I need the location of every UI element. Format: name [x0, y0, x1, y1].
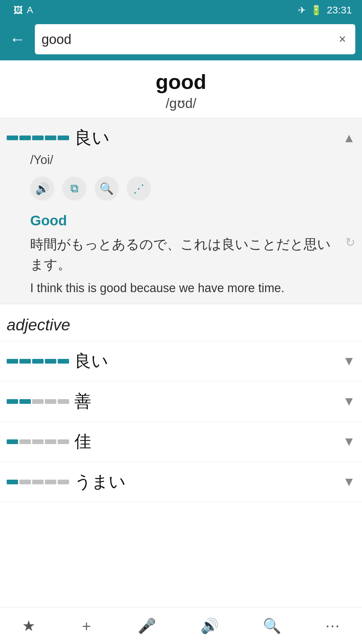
expand-chevron[interactable]: ▼ — [343, 434, 355, 449]
bottom-navigation: ★ ＋ 🎤 🔊 🔍 ⋯ — [0, 607, 362, 644]
share-icon: ⋰ — [133, 182, 144, 195]
item-kanji: 佳 — [74, 430, 337, 453]
search-nav-icon: 🔍 — [263, 617, 281, 635]
freq-seg-4 — [45, 136, 56, 140]
first-translation-block: 良い ▲ /Yoi/ 🔊 ⧉ 🔍 ⋰ Good 時間がもっとあるので、これは良い… — [0, 118, 362, 304]
status-bar: 🖼 A ✈ 🔋 23:31 — [0, 0, 362, 20]
item-kanji: 良い — [74, 350, 337, 372]
action-icons-row: 🔊 ⧉ 🔍 ⋰ — [0, 173, 362, 207]
freq-seg-3 — [32, 136, 44, 140]
search-header: ← × — [0, 20, 362, 60]
search-box: × — [35, 24, 355, 54]
example-english: I think this is good because we have mor… — [30, 279, 355, 297]
translation-header: 良い ▲ — [0, 118, 362, 153]
example-section: Good 時間がもっとあるので、これは良いことだと思います。 ↻ I think… — [0, 207, 362, 304]
microphone-icon: 🎤 — [138, 617, 156, 635]
list-item[interactable]: うまい ▼ — [0, 462, 362, 502]
translation-kanji: 良い — [74, 126, 337, 150]
frequency-bar — [7, 439, 69, 444]
word-title-section: good /gʊd/ — [0, 60, 362, 118]
frequency-bar — [7, 359, 69, 364]
freq-seg-1 — [7, 136, 18, 140]
list-item[interactable]: 善 ▼ — [0, 381, 362, 421]
frequency-bar — [7, 136, 69, 140]
search-input[interactable] — [42, 32, 336, 47]
search-icon: 🔍 — [100, 182, 114, 195]
word-title: good — [7, 70, 355, 94]
status-time: 23:31 — [327, 4, 352, 16]
speak-icon: 🔊 — [35, 182, 49, 195]
collapse-chevron[interactable]: ▲ — [343, 131, 355, 145]
favorites-nav[interactable]: ★ — [22, 617, 35, 634]
list-item[interactable]: 良い ▼ — [0, 341, 362, 381]
expand-chevron[interactable]: ▼ — [343, 354, 355, 368]
word-phonetic: /gʊd/ — [7, 96, 355, 111]
airplane-icon: ✈ — [298, 5, 306, 16]
freq-seg-5 — [58, 136, 69, 140]
expand-chevron[interactable]: ▼ — [343, 394, 355, 409]
example-sentence-row: 時間がもっとあるので、これは良いことだと思います。 ↻ — [30, 234, 355, 274]
list-item[interactable]: 佳 ▼ — [0, 421, 362, 462]
speak-button[interactable]: 🔊 — [30, 176, 54, 201]
clear-button[interactable]: × — [336, 31, 349, 48]
example-japanese: 時間がもっとあるので、これは良いことだと思います。 — [30, 234, 341, 274]
more-nav[interactable]: ⋯ — [325, 617, 340, 634]
expand-chevron[interactable]: ▼ — [343, 475, 355, 489]
star-icon: ★ — [22, 617, 35, 634]
search-nav[interactable]: 🔍 — [263, 617, 281, 635]
back-button[interactable]: ← — [7, 31, 28, 47]
volume-icon: 🔊 — [200, 617, 219, 635]
copy-button[interactable]: ⧉ — [62, 176, 86, 201]
battery-icon: 🔋 — [310, 5, 322, 16]
translation-reading: /Yoi/ — [0, 153, 362, 173]
copy-icon: ⧉ — [70, 182, 78, 195]
microphone-nav[interactable]: 🎤 — [138, 617, 156, 635]
translate-status-icon: A — [27, 5, 33, 15]
pos-label: adjective — [0, 312, 362, 341]
share-button[interactable]: ⋰ — [127, 176, 151, 201]
frequency-bar — [7, 399, 69, 404]
freq-seg-2 — [19, 136, 31, 140]
plus-icon: ＋ — [79, 616, 94, 636]
pos-section: adjective 良い ▼ 善 ▼ — [0, 304, 362, 502]
speaker-nav[interactable]: 🔊 — [200, 617, 219, 635]
refresh-icon[interactable]: ↻ — [345, 235, 355, 250]
search-word-button[interactable]: 🔍 — [95, 176, 119, 201]
more-icon: ⋯ — [325, 617, 340, 634]
item-kanji: うまい — [74, 471, 337, 493]
image-status-icon: 🖼 — [13, 5, 23, 16]
item-kanji: 善 — [74, 390, 337, 413]
frequency-bar — [7, 480, 69, 484]
add-nav[interactable]: ＋ — [79, 616, 94, 636]
example-word: Good — [30, 213, 355, 229]
